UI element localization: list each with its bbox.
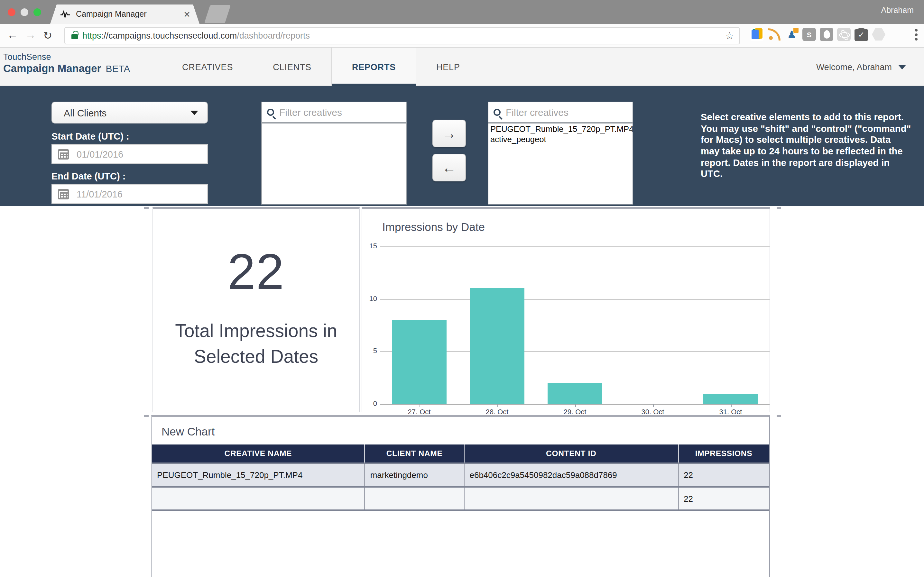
reload-button[interactable]: ↻ — [43, 29, 52, 42]
bar-27oct — [392, 320, 447, 404]
chevron-down-icon — [898, 64, 906, 69]
creatives-filter-left[interactable] — [262, 102, 406, 124]
forward-button[interactable]: → — [25, 29, 36, 42]
selected-creatives-box: PEUGEOT_Rumble_15_720p_PT.MP4active_peug… — [488, 102, 633, 205]
google-docs-extension-icon[interactable] — [750, 27, 764, 41]
nav-tab-help[interactable]: HELP — [416, 48, 480, 86]
y-axis-tick-label: 0 — [362, 400, 377, 407]
chrome-profile-name[interactable]: Abraham — [881, 6, 914, 15]
bookmark-star-icon[interactable]: ☆ — [725, 30, 734, 42]
table-cell — [365, 487, 464, 510]
client-select[interactable]: All Clients — [52, 102, 208, 124]
calendar-icon — [58, 149, 69, 159]
nav-tab-creatives[interactable]: CREATIVES — [162, 48, 253, 86]
apps-grid-icon[interactable] — [889, 28, 902, 41]
touchsense-logo: TouchSense Campaign ManagerBETA — [3, 52, 130, 75]
oval-app-extension-icon[interactable] — [820, 27, 833, 41]
close-tab-icon[interactable]: ✕ — [183, 9, 190, 19]
user-menu[interactable]: Welcome, Abraham — [816, 48, 906, 86]
chart-title: Impressions by Date — [382, 221, 485, 234]
beta-badge: BETA — [105, 63, 130, 74]
end-date-input[interactable] — [77, 189, 207, 199]
bar-28oct — [470, 288, 524, 404]
client-select-value: All Clients — [64, 107, 190, 118]
y-axis-tick-label: 15 — [362, 242, 377, 250]
tab-title: Campaign Manager — [76, 10, 183, 19]
welcome-label: Welcome, Abraham — [816, 62, 892, 72]
impressions-chart-panel: Impressions by Date 15105027. Oct28. Oct… — [361, 207, 770, 412]
column-header-client-name: CLIENT NAME — [365, 445, 464, 463]
main-nav: CREATIVESCLIENTSREPORTSHELP — [162, 48, 480, 86]
table-cell: 22 — [678, 487, 769, 510]
minimize-window-button[interactable] — [21, 8, 28, 16]
chart-gridline — [380, 247, 769, 247]
report-filter-panel: All Clients Start Date (UTC) : End Date … — [0, 86, 924, 206]
creative-list-item[interactable]: PEUGEOT_Rumble_15_720p_PT.MP4 — [490, 124, 631, 135]
creative-list-item[interactable]: active_peugeot — [490, 135, 631, 145]
react-devtools-extension-icon[interactable] — [837, 27, 851, 41]
column-header-creative-name: CREATIVE NAME — [152, 445, 365, 463]
add-creative-button[interactable]: → — [432, 120, 466, 147]
chrome-menu-icon[interactable] — [915, 29, 918, 40]
select-caret-icon — [190, 110, 198, 115]
instructions-text: Select creative elements to add to this … — [701, 112, 911, 180]
available-creatives-list[interactable] — [262, 124, 406, 204]
browser-window: Campaign Manager ✕ Abraham ← → ↻ https:/… — [0, 0, 924, 577]
extension-icons: ♟ S ✓ — [750, 27, 902, 41]
nav-tab-clients[interactable]: CLIENTS — [253, 48, 331, 86]
window-controls — [8, 8, 41, 16]
filter-creatives-input-right[interactable] — [506, 107, 627, 118]
search-icon — [267, 109, 274, 116]
inbox-extension-icon[interactable]: ✓ — [855, 27, 868, 41]
report-content: 22 Total Impressions in Selected Dates I… — [0, 206, 924, 577]
x-axis-tick-label: 30. Oct — [627, 408, 679, 416]
zoom-window-button[interactable] — [34, 8, 41, 16]
table-header-row: CREATIVE NAMECLIENT NAMECONTENT IDIMPRES… — [152, 445, 769, 463]
remove-creative-button[interactable]: ← — [432, 154, 466, 181]
start-date-label: Start Date (UTC) : — [52, 131, 129, 142]
table-cell: marketingdemo — [365, 463, 464, 487]
x-axis-tick — [575, 404, 576, 407]
x-axis-tick-label: 27. Oct — [393, 408, 445, 416]
column-header-impressions: IMPRESSIONS — [678, 445, 769, 463]
rss-extension-icon[interactable] — [768, 27, 781, 41]
start-date-input[interactable] — [77, 149, 207, 159]
waveform-favicon — [60, 10, 71, 19]
brand-name: TouchSense — [3, 52, 130, 62]
close-window-button[interactable] — [8, 8, 15, 16]
end-date-field[interactable] — [52, 184, 208, 204]
creatives-filter-right[interactable] — [489, 102, 632, 124]
url-scheme: https — [82, 31, 102, 40]
hexagon-extension-icon[interactable] — [872, 27, 885, 41]
x-axis-tick-label: 29. Oct — [549, 408, 601, 416]
browser-tab[interactable]: Campaign Manager ✕ — [50, 5, 200, 24]
calendar-icon — [58, 189, 69, 199]
nav-tab-reports[interactable]: REPORTS — [331, 48, 416, 86]
column-header-content-id: CONTENT ID — [464, 445, 678, 463]
s-app-extension-icon[interactable]: S — [802, 27, 816, 41]
selected-creatives-list[interactable]: PEUGEOT_Rumble_15_720p_PT.MP4active_peug… — [489, 124, 632, 204]
address-bar[interactable]: https://campaigns.touchsensecloud.com/da… — [65, 27, 740, 44]
filter-creatives-input-left[interactable] — [279, 107, 401, 118]
table-cell — [152, 487, 365, 510]
browser-titlebar: Campaign Manager ✕ Abraham — [0, 0, 924, 24]
x-axis-tick — [653, 404, 653, 407]
total-impressions-value: 22 — [153, 242, 359, 301]
x-axis-tick — [419, 404, 420, 407]
new-tab-button[interactable] — [204, 5, 231, 23]
y-axis-tick-label: 10 — [362, 294, 377, 302]
report-table: CREATIVE NAMECLIENT NAMECONTENT IDIMPRES… — [152, 445, 769, 511]
table-row: PEUGEOT_Rumble_15_720p_PT.MP4marketingde… — [152, 463, 769, 487]
https-lock-icon[interactable] — [71, 34, 78, 39]
table-cell: 22 — [678, 463, 769, 487]
total-impressions-label: Total Impressions in Selected Dates — [160, 318, 353, 370]
browser-toolbar: ← → ↻ https://campaigns.touchsensecloud.… — [0, 24, 924, 48]
url-path: /dashboard/reports — [237, 31, 310, 40]
back-button[interactable]: ← — [7, 29, 18, 42]
chess-route-extension-icon[interactable]: ♟ — [785, 27, 798, 41]
bar-29oct — [548, 383, 602, 404]
app-header: TouchSense Campaign ManagerBETA CREATIVE… — [0, 48, 924, 86]
start-date-field[interactable] — [52, 144, 208, 164]
url-host: ://campaigns.touchsensecloud.com — [102, 31, 237, 40]
table-cell: e6b406c2c9a5450982dac59a088d7869 — [464, 463, 678, 487]
